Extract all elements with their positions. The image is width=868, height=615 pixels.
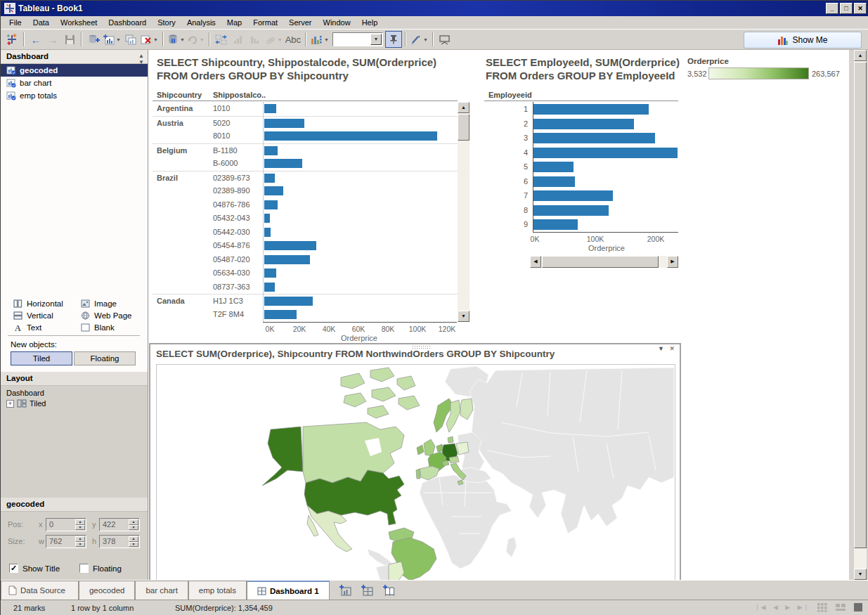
bar-mark[interactable]	[533, 190, 613, 201]
size-h-field[interactable]: 378▲▼	[99, 535, 140, 548]
scroll-thumb[interactable]	[854, 62, 867, 548]
sheet2-scrollbar[interactable]: ◀ ▶	[530, 256, 678, 268]
show-filmstrip-icon[interactable]	[835, 602, 846, 612]
menu-format[interactable]: Format	[247, 17, 283, 28]
table-row[interactable]: 02389-890	[153, 184, 470, 198]
table-row[interactable]: 05432-043	[153, 212, 470, 226]
undo-icon[interactable]: ←	[27, 31, 44, 48]
table-row[interactable]: 8	[484, 203, 678, 218]
bar-mark[interactable]	[264, 104, 276, 113]
bar-mark[interactable]	[533, 104, 649, 115]
tab-emp-totals[interactable]: emp totals	[188, 581, 247, 600]
bar-mark[interactable]	[264, 214, 270, 223]
bar-mark[interactable]	[533, 162, 574, 172]
new-dashboard-tab-icon[interactable]	[361, 585, 373, 596]
table-row[interactable]: Austria5020	[153, 116, 470, 130]
table-row[interactable]: CanadaH1J 1C3	[153, 294, 470, 308]
scroll-down-icon[interactable]: ▼	[458, 311, 469, 322]
size-w-field[interactable]: 762▲▼	[46, 535, 86, 548]
worksheet-item-emp-totals[interactable]: emp totals	[1, 89, 148, 102]
main-scrollbar[interactable]: ▲ ▼	[854, 50, 867, 580]
add-data-source-icon[interactable]	[85, 31, 102, 48]
worksheet-item-bar-chart[interactable]: bar chart	[1, 77, 148, 89]
table-row[interactable]: 3	[484, 131, 678, 145]
new-worksheet-tab-icon[interactable]	[339, 585, 351, 596]
new-worksheet-icon[interactable]: ▼	[102, 31, 122, 48]
scroll-right-icon[interactable]: ▶	[667, 256, 678, 268]
scroll-up-icon[interactable]: ▲	[458, 102, 469, 113]
table-row[interactable]: Brazil02389-673	[153, 171, 470, 185]
worksheet-item-geocoded[interactable]: geocoded	[1, 64, 148, 77]
table-row[interactable]: Argentina1010	[153, 102, 470, 116]
sheet-nav-icons[interactable]: |◀ ◀ ▶ ▶|	[756, 604, 810, 611]
bar-mark[interactable]	[264, 228, 271, 237]
table-row[interactable]: 05454-876	[153, 239, 470, 253]
table-row[interactable]: B-6000	[153, 157, 470, 171]
bar-mark[interactable]	[533, 205, 609, 216]
bar-mark[interactable]	[533, 133, 655, 143]
scroll-thumb[interactable]	[542, 256, 659, 268]
menu-server[interactable]: Server	[283, 17, 317, 28]
scroll-left-icon[interactable]: ◀	[530, 256, 541, 268]
table-row[interactable]: 1	[484, 102, 678, 117]
sheet1-col1-header[interactable]: Shipcountry	[157, 91, 202, 99]
bar-mark[interactable]	[264, 268, 276, 278]
show-tabs-icon[interactable]	[853, 602, 863, 612]
bar-mark[interactable]	[264, 159, 302, 168]
world-map[interactable]	[156, 364, 675, 580]
data-source-icon[interactable]: ▼	[167, 31, 186, 48]
menu-analysis[interactable]: Analysis	[181, 17, 221, 28]
show-mark-labels-button[interactable]: Abc	[284, 31, 302, 48]
bar-mark[interactable]	[264, 241, 316, 250]
spinner-buttons[interactable]: ▲▼	[129, 536, 138, 547]
refresh-icon[interactable]: ▼	[186, 31, 206, 48]
table-row[interactable]: 4	[484, 145, 678, 160]
sheet2-col-header[interactable]: Employeeid	[488, 91, 532, 99]
object-horizontal[interactable]: Horizontal	[1, 297, 68, 309]
bar-mark[interactable]	[264, 131, 437, 141]
scroll-thumb[interactable]	[458, 114, 469, 141]
tab-geocoded[interactable]: geocoded	[79, 581, 136, 600]
minimize-button[interactable]: _	[826, 3, 838, 14]
bar-mark[interactable]	[264, 255, 310, 264]
table-row[interactable]: 05634-030	[153, 266, 470, 280]
new-story-tab-icon[interactable]	[383, 585, 395, 596]
table-row[interactable]: 7	[484, 188, 678, 203]
table-row[interactable]: 5	[484, 160, 678, 174]
zone-close-icon[interactable]: ✕	[669, 345, 675, 352]
table-row[interactable]: 05442-030	[153, 226, 470, 240]
show-me-button[interactable]: Show Me	[744, 32, 862, 48]
floating-button[interactable]: Floating	[74, 351, 136, 365]
presentation-mode-icon[interactable]	[436, 31, 453, 48]
redo-icon[interactable]: →	[44, 31, 61, 48]
legend-gradient[interactable]	[708, 67, 809, 79]
tiled-button[interactable]: Tiled	[11, 351, 72, 365]
table-row[interactable]: 8010	[153, 129, 470, 143]
table-row[interactable]: T2F 8M4	[153, 308, 470, 322]
group-members-icon[interactable]: ▼	[264, 31, 284, 48]
layout-tree-item[interactable]: + Tiled	[6, 399, 148, 408]
bar-mark[interactable]	[264, 119, 304, 128]
object-text[interactable]: A Text	[1, 321, 68, 333]
scroll-up-icon[interactable]: ▲	[854, 50, 867, 61]
spinner-buttons[interactable]: ▲▼	[75, 519, 85, 530]
pos-y-field[interactable]: 422▲▼	[99, 518, 140, 531]
menu-help[interactable]: Help	[356, 17, 384, 28]
menu-story[interactable]: Story	[152, 17, 181, 28]
fit-selector[interactable]: ▼	[332, 32, 383, 46]
menu-file[interactable]: File	[4, 17, 27, 28]
bar-mark[interactable]	[264, 200, 278, 209]
menu-worksheet[interactable]: Worksheet	[55, 17, 103, 28]
bar-mark[interactable]	[533, 119, 634, 129]
bar-mark[interactable]	[533, 219, 578, 230]
show-mark-type-icon[interactable]: ▼	[309, 31, 330, 48]
tableau-logo-icon[interactable]	[4, 31, 20, 48]
table-row[interactable]: 6	[484, 174, 678, 189]
sheet1-col2-header[interactable]: Shippostalco..	[213, 91, 266, 99]
table-row[interactable]: 05487-020	[153, 253, 470, 267]
table-row[interactable]: 9	[484, 217, 678, 232]
bar-mark[interactable]	[264, 186, 283, 195]
chevron-down-icon[interactable]: ▼	[370, 34, 382, 45]
menu-dashboard[interactable]: Dashboard	[103, 17, 152, 28]
pin-button[interactable]	[385, 31, 402, 48]
